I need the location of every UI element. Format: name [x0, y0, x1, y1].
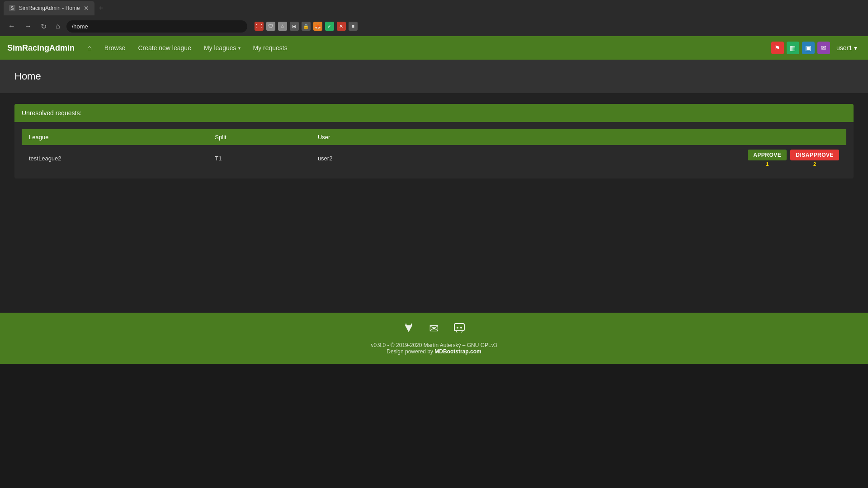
gitlab-icon[interactable] [403, 322, 415, 337]
ext-icon-bars[interactable]: ≡ [349, 22, 358, 31]
nav-my-leagues-link[interactable]: My leagues ▾ [198, 41, 246, 55]
action-buttons: APPROVE 1 DISAPPROVE 2 [434, 150, 839, 167]
col-actions [426, 129, 846, 145]
table-body: testLeague2 T1 user2 APPROVE 1 [22, 145, 846, 171]
row-user: user2 [311, 145, 426, 171]
footer-icons: ✉ [9, 322, 859, 337]
row-split: T1 [208, 145, 311, 171]
email-icon[interactable]: ✉ [429, 322, 439, 337]
ext-icon-star[interactable]: ☆ [278, 22, 287, 31]
footer: ✉ v0.9.0 - © 2019-2020 Martin Auterský –… [0, 313, 868, 364]
app-navbar: SimRacingAdmin ⌂ Browse Create new leagu… [0, 36, 868, 60]
ext-icon-lock[interactable]: 🔒 [302, 22, 311, 31]
tab-title: SimRacingAdmin - Home [19, 5, 80, 11]
new-tab-button[interactable]: + [96, 2, 106, 14]
user-dropdown-arrow: ▾ [854, 44, 857, 52]
ext-icon-1[interactable]: ⋮⋮ [255, 22, 264, 31]
discord-icon[interactable] [453, 322, 465, 337]
ext-icon-check[interactable]: ✓ [325, 22, 334, 31]
forward-button[interactable]: → [22, 20, 34, 32]
page-title: Home [14, 70, 854, 82]
navbar-right: ⚑ ▦ ▣ ✉ user1 ▾ [771, 42, 861, 54]
mdbootstrap-link[interactable]: MDBootstrap.com [434, 348, 481, 355]
back-button[interactable]: ← [5, 20, 18, 32]
nav-browse-link[interactable]: Browse [99, 41, 131, 55]
approve-wrapper: APPROVE 1 [748, 150, 787, 167]
browser-address-bar: ← → ↻ ⌂ ⋮⋮ 🛡 ☆ ⊞ 🔒 🦊 ✓ ✕ ≡ [0, 16, 868, 36]
unresolved-requests-card: Unresolved requests: League Split User [14, 104, 854, 178]
browser-tab-bar: S SimRacingAdmin - Home ✕ + [0, 0, 868, 16]
approve-button[interactable]: APPROVE [748, 150, 787, 160]
col-split: Split [208, 129, 311, 145]
footer-copyright: v0.9.0 - © 2019-2020 Martin Auterský – G… [9, 342, 859, 348]
content-area: Unresolved requests: League Split User [0, 93, 868, 189]
table-head: League Split User [22, 129, 846, 145]
home-nav-button[interactable]: ⌂ [53, 20, 63, 32]
my-leagues-dropdown-arrow: ▾ [238, 46, 241, 51]
powered-by-text: Design powered by [387, 348, 434, 355]
nav-badge-red[interactable]: ⚑ [771, 42, 784, 54]
nav-my-requests-link[interactable]: My requests [248, 41, 293, 55]
svg-rect-0 [454, 324, 464, 331]
browser-chrome: S SimRacingAdmin - Home ✕ + ← → ↻ ⌂ ⋮⋮ 🛡… [0, 0, 868, 36]
navbar-brand[interactable]: SimRacingAdmin [7, 43, 75, 53]
table-row: testLeague2 T1 user2 APPROVE 1 [22, 145, 846, 171]
disapprove-wrapper: DISAPPROVE 2 [790, 150, 839, 167]
footer-powered: Design powered by MDBootstrap.com [9, 348, 859, 355]
disapprove-number: 2 [813, 161, 816, 167]
nav-create-league-link[interactable]: Create new league [132, 41, 197, 55]
page-header: Home [0, 60, 868, 93]
card-header: Unresolved requests: [14, 104, 854, 122]
tab-close-button[interactable]: ✕ [84, 5, 89, 12]
address-bar[interactable] [66, 20, 247, 33]
disapprove-button[interactable]: DISAPPROVE [790, 150, 839, 160]
nav-badge-blue[interactable]: ▣ [802, 42, 815, 54]
card-body: League Split User testLeague2 T1 user2 [14, 122, 854, 178]
nav-badge-green[interactable]: ▦ [787, 42, 799, 54]
ext-icon-shield[interactable]: 🛡 [266, 22, 275, 31]
svg-point-1 [457, 327, 458, 328]
navbar-nav: ⌂ Browse Create new league My leagues ▾ … [82, 40, 771, 56]
col-league: League [22, 129, 208, 145]
card-header-text: Unresolved requests: [22, 109, 81, 117]
ext-icon-grid[interactable]: ⊞ [290, 22, 299, 31]
user-dropdown[interactable]: user1 ▾ [833, 42, 861, 53]
row-league: testLeague2 [22, 145, 208, 171]
home-icon: ⌂ [87, 44, 92, 52]
ext-icon-x[interactable]: ✕ [337, 22, 346, 31]
main-content: Home Unresolved requests: League Split U… [0, 60, 868, 313]
username-label: user1 [836, 44, 852, 52]
reload-button[interactable]: ↻ [38, 20, 49, 33]
row-actions: APPROVE 1 DISAPPROVE 2 [426, 145, 846, 171]
ext-icon-fox[interactable]: 🦊 [313, 22, 322, 31]
tab-favicon: S [9, 5, 15, 11]
requests-table: League Split User testLeague2 T1 user2 [22, 129, 846, 171]
active-tab: S SimRacingAdmin - Home ✕ [4, 1, 94, 15]
extensions-area: ⋮⋮ 🛡 ☆ ⊞ 🔒 🦊 ✓ ✕ ≡ [255, 22, 358, 31]
svg-point-2 [460, 327, 462, 328]
copyright-text: v0.9.0 - © 2019-2020 Martin Auterský – G… [371, 342, 497, 348]
nav-home-link[interactable]: ⌂ [82, 40, 97, 56]
col-user: User [311, 129, 426, 145]
table-header-row: League Split User [22, 129, 846, 145]
approve-number: 1 [766, 161, 769, 167]
nav-badge-purple[interactable]: ✉ [817, 42, 830, 54]
